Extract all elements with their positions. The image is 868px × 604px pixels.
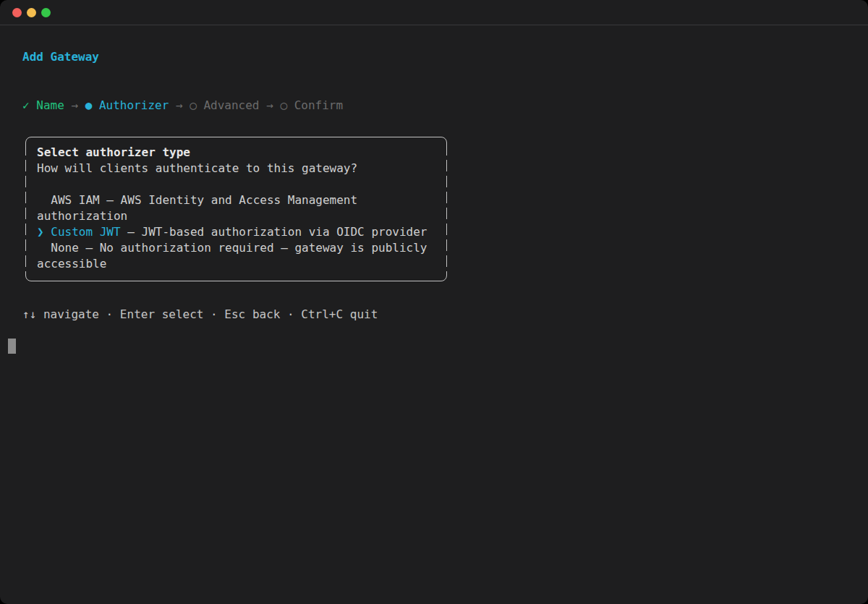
arrow-right-icon: → (176, 98, 183, 114)
option-separator: — (79, 241, 100, 255)
dialog-subtitle: How will clients authenticate to this ga… (37, 161, 435, 176)
authorizer-select-panel: Select authorizer type How will clients … (25, 137, 447, 281)
close-button[interactable] (12, 8, 22, 17)
minimize-button[interactable] (27, 8, 36, 17)
step-name-label: Name (36, 98, 64, 114)
option-prefix (37, 193, 51, 207)
step-advanced-label: Advanced (203, 98, 259, 114)
option-aws-iam[interactable]: AWS IAM — AWS Identity and Access Manage… (37, 192, 435, 224)
pending-circle-icon: ○ (190, 98, 197, 114)
page-title: Add Gateway (22, 49, 99, 65)
option-label: AWS IAM (51, 193, 99, 207)
option-label: None (51, 241, 79, 255)
window-titlebar (0, 0, 868, 25)
step-confirm-label: Confirm (294, 98, 343, 114)
terminal-window: Add Gateway ✓ Name → ● Authorizer → ○ Ad… (0, 0, 868, 604)
keyboard-hints: ↑↓ navigate · Enter select · Esc back · … (22, 307, 378, 323)
box-border-right (446, 144, 447, 274)
active-dot-icon: ● (85, 98, 93, 114)
terminal-cursor (8, 339, 16, 354)
selection-pointer-icon: ❯ (37, 225, 51, 239)
check-icon: ✓ (22, 98, 30, 114)
option-separator: — (100, 193, 121, 207)
spacer (37, 176, 435, 192)
option-custom-jwt[interactable]: ❯ Custom JWT — JWT-based authorization v… (37, 224, 435, 240)
option-description: JWT-based authorization via OIDC provide… (142, 225, 427, 239)
pending-circle-icon: ○ (280, 98, 287, 114)
dialog-title: Select authorizer type (37, 145, 435, 161)
terminal-content: Add Gateway ✓ Name → ● Authorizer → ○ Ad… (0, 25, 868, 604)
arrow-right-icon: → (71, 98, 78, 114)
option-none[interactable]: None — No authorization required — gatew… (37, 240, 435, 272)
option-prefix (37, 241, 51, 255)
step-authorizer-label: Authorizer (99, 98, 169, 114)
zoom-button[interactable] (41, 8, 51, 17)
option-separator: — (121, 225, 142, 239)
arrow-right-icon: → (266, 98, 273, 114)
option-label: Custom JWT (51, 225, 120, 239)
box-border-left (25, 144, 26, 274)
wizard-breadcrumb: ✓ Name → ● Authorizer → ○ Advanced → ○ C… (22, 98, 343, 114)
